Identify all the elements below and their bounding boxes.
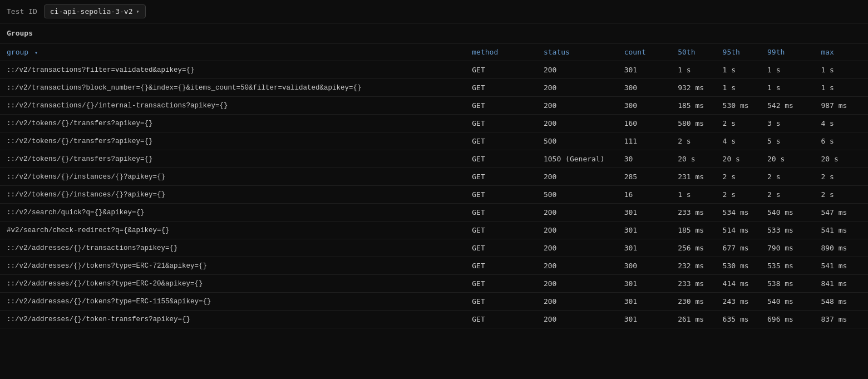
col-header-group[interactable]: group ▾ (0, 43, 465, 61)
cell-row13-col3: 301 (618, 293, 671, 311)
cell-row1-col4: 932 ms (671, 79, 716, 97)
cell-row10-col0: ::/v2/addresses/{}/transactions?apikey={… (0, 239, 465, 257)
cell-row6-col0: ::/v2/tokens/{}/instances/{}?apikey={} (0, 168, 465, 186)
col-header-p50: 50th (671, 43, 716, 61)
cell-row9-col6: 533 ms (761, 222, 814, 239)
cell-row12-col4: 233 ms (671, 275, 716, 293)
table-row: ::/v2/search/quick?q={}&apikey={}GET2003… (0, 204, 868, 222)
table-row: ::/v2/tokens/{}/transfers?apikey={}GET20… (0, 115, 868, 132)
cell-row13-col7: 548 ms (814, 293, 868, 311)
top-bar: Test ID ci-api-sepolia-3-v2 ▾ (0, 0, 868, 23)
cell-row4-col4: 2 s (671, 132, 716, 150)
cell-row0-col4: 1 s (671, 61, 716, 79)
table-row: ::/v2/tokens/{}/instances/{}?apikey={}GE… (0, 186, 868, 204)
test-id-label: Test ID (7, 7, 37, 16)
cell-row10-col5: 677 ms (716, 239, 761, 257)
cell-row8-col2: 200 (537, 204, 618, 222)
table-row: ::/v2/addresses/{}/transactions?apikey={… (0, 239, 868, 257)
dropdown-value: ci-api-sepolia-3-v2 (50, 7, 133, 16)
cell-row4-col1: GET (465, 132, 537, 150)
cell-row9-col1: GET (465, 222, 537, 239)
cell-row9-col2: 200 (537, 222, 618, 239)
cell-row3-col5: 2 s (716, 115, 761, 132)
cell-row11-col2: 200 (537, 257, 618, 275)
cell-row14-col2: 200 (537, 311, 618, 328)
cell-row9-col3: 301 (618, 222, 671, 239)
cell-row11-col6: 535 ms (761, 257, 814, 275)
cell-row10-col2: 200 (537, 239, 618, 257)
table-row: ::/v2/addresses/{}/token-transfers?apike… (0, 311, 868, 328)
cell-row4-col2: 500 (537, 132, 618, 150)
cell-row6-col2: 200 (537, 168, 618, 186)
col-header-method: method (465, 43, 537, 61)
cell-row0-col6: 1 s (761, 61, 814, 79)
table-row: ::/v2/tokens/{}/instances/{}?apikey={}GE… (0, 168, 868, 186)
cell-row4-col7: 6 s (814, 132, 868, 150)
cell-row8-col3: 301 (618, 204, 671, 222)
cell-row6-col4: 231 ms (671, 168, 716, 186)
cell-row5-col0: ::/v2/tokens/{}/transfers?apikey={} (0, 150, 465, 168)
cell-row5-col5: 20 s (716, 150, 761, 168)
cell-row3-col1: GET (465, 115, 537, 132)
cell-row0-col5: 1 s (716, 61, 761, 79)
chevron-down-icon: ▾ (136, 8, 140, 14)
cell-row2-col2: 200 (537, 97, 618, 115)
cell-row7-col5: 2 s (716, 186, 761, 204)
cell-row14-col5: 635 ms (716, 311, 761, 328)
cell-row1-col7: 1 s (814, 79, 868, 97)
cell-row5-col3: 30 (618, 150, 671, 168)
cell-row14-col6: 696 ms (761, 311, 814, 328)
cell-row10-col6: 790 ms (761, 239, 814, 257)
cell-row6-col1: GET (465, 168, 537, 186)
cell-row9-col0: #v2/search/check-redirect?q={&apikey={} (0, 222, 465, 239)
cell-row12-col7: 841 ms (814, 275, 868, 293)
cell-row11-col7: 541 ms (814, 257, 868, 275)
cell-row8-col7: 547 ms (814, 204, 868, 222)
col-header-count: count (618, 43, 671, 61)
cell-row11-col5: 530 ms (716, 257, 761, 275)
cell-row7-col0: ::/v2/tokens/{}/instances/{}?apikey={} (0, 186, 465, 204)
cell-row4-col0: ::/v2/tokens/{}/transfers?apikey={} (0, 132, 465, 150)
cell-row9-col4: 185 ms (671, 222, 716, 239)
cell-row5-col6: 20 s (761, 150, 814, 168)
cell-row7-col6: 2 s (761, 186, 814, 204)
cell-row0-col1: GET (465, 61, 537, 79)
table-row: ::/v2/addresses/{}/tokens?type=ERC-721&a… (0, 257, 868, 275)
cell-row8-col0: ::/v2/search/quick?q={}&apikey={} (0, 204, 465, 222)
cell-row3-col0: ::/v2/tokens/{}/transfers?apikey={} (0, 115, 465, 132)
cell-row11-col3: 300 (618, 257, 671, 275)
col-header-status: status (537, 43, 618, 61)
cell-row12-col0: ::/v2/addresses/{}/tokens?type=ERC-20&ap… (0, 275, 465, 293)
table-row: ::/v2/tokens/{}/transfers?apikey={}GET50… (0, 132, 868, 150)
table-row: ::/v2/transactions?filter=validated&apik… (0, 61, 868, 79)
cell-row14-col3: 301 (618, 311, 671, 328)
cell-row9-col5: 514 ms (716, 222, 761, 239)
cell-row6-col6: 2 s (761, 168, 814, 186)
table-row: ::/v2/transactions?block_number={}&index… (0, 79, 868, 97)
cell-row12-col5: 414 ms (716, 275, 761, 293)
cell-row7-col2: 500 (537, 186, 618, 204)
cell-row0-col0: ::/v2/transactions?filter=validated&apik… (0, 61, 465, 79)
table-row: ::/v2/addresses/{}/tokens?type=ERC-1155&… (0, 293, 868, 311)
cell-row13-col0: ::/v2/addresses/{}/tokens?type=ERC-1155&… (0, 293, 465, 311)
cell-row0-col2: 200 (537, 61, 618, 79)
cell-row11-col0: ::/v2/addresses/{}/tokens?type=ERC-721&a… (0, 257, 465, 275)
cell-row9-col7: 541 ms (814, 222, 868, 239)
test-id-dropdown[interactable]: ci-api-sepolia-3-v2 ▾ (44, 4, 146, 18)
groups-table-container: group ▾ method status count 50th 95th 99… (0, 43, 868, 328)
cell-row13-col5: 243 ms (716, 293, 761, 311)
cell-row11-col1: GET (465, 257, 537, 275)
cell-row13-col4: 230 ms (671, 293, 716, 311)
cell-row7-col1: GET (465, 186, 537, 204)
cell-row6-col3: 285 (618, 168, 671, 186)
cell-row2-col6: 542 ms (761, 97, 814, 115)
col-header-p99: 99th (761, 43, 814, 61)
cell-row7-col3: 16 (618, 186, 671, 204)
cell-row2-col1: GET (465, 97, 537, 115)
cell-row2-col7: 987 ms (814, 97, 868, 115)
table-body: ::/v2/transactions?filter=validated&apik… (0, 61, 868, 328)
cell-row3-col2: 200 (537, 115, 618, 132)
cell-row1-col3: 300 (618, 79, 671, 97)
cell-row1-col5: 1 s (716, 79, 761, 97)
cell-row2-col3: 300 (618, 97, 671, 115)
